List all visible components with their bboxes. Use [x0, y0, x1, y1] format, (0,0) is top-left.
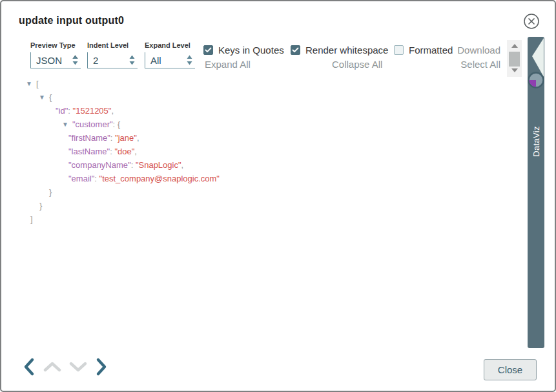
collapse-all-link[interactable]: Collapse All: [332, 59, 382, 70]
checkbox-keys-in-quotes[interactable]: Keys in Quotes: [203, 45, 284, 56]
json-key: "id": [56, 106, 68, 116]
scroll-up-record-button[interactable]: [43, 362, 61, 374]
json-punctuation: ,: [181, 160, 184, 170]
record-navigation: [23, 357, 108, 378]
json-punctuation: ,: [111, 106, 114, 116]
preview-type-group: Preview Type JSON: [30, 41, 81, 68]
expand-level-label: Expand Level: [145, 41, 195, 49]
dataviz-tab-label: DataViz: [531, 126, 541, 156]
checkbox-formatted[interactable]: Formatted: [394, 45, 453, 56]
json-value: "jane": [115, 133, 137, 143]
next-document-button[interactable]: [95, 357, 108, 378]
preview-type-select[interactable]: JSON: [30, 52, 81, 68]
dataviz-tab[interactable]: DataViz: [528, 37, 544, 348]
indent-level-group: Indent Level 2: [87, 41, 138, 68]
collapse-triangle-icon[interactable]: ▼: [39, 90, 45, 104]
checked-checkbox-icon[interactable]: [203, 45, 213, 55]
json-punctuation: :: [68, 106, 72, 116]
checked-checkbox-icon[interactable]: [291, 45, 300, 55]
json-key: "customer": [72, 119, 113, 129]
json-punctuation: {: [49, 92, 52, 102]
unchecked-checkbox-icon[interactable]: [394, 45, 404, 55]
expand-level-group: Expand Level All: [145, 41, 195, 68]
dialog-title: update input output0: [19, 15, 124, 26]
collapse-triangle-icon[interactable]: ▼: [62, 118, 68, 131]
json-tree-row: "firstName": "jane",: [1, 131, 505, 145]
json-punctuation: :: [110, 133, 115, 143]
circle-x-icon: [522, 12, 541, 30]
json-tree-row: ]: [1, 212, 505, 226]
preview-type-label: Preview Type: [30, 41, 81, 49]
indent-level-label: Indent Level: [87, 41, 138, 49]
dialog-close-icon[interactable]: [522, 12, 541, 30]
json-punctuation: ,: [137, 133, 139, 143]
expand-all-link[interactable]: Expand All: [205, 59, 251, 70]
json-punctuation: }: [49, 187, 52, 197]
checkbox-label: Formatted: [409, 45, 453, 56]
json-key: "companyName": [68, 160, 131, 170]
select-all-link[interactable]: Select All: [460, 59, 500, 70]
json-value: "doe": [114, 147, 134, 156]
json-punctuation: :: [94, 174, 99, 183]
preview-type-value: JSON: [36, 55, 62, 66]
json-tree-row: "lastName": "doe",: [1, 145, 505, 158]
preview-dialog: update input output0 Preview Type JSON I…: [0, 0, 556, 392]
json-tree: ▼[▼{"id": "1521205",▼"customer": {"first…: [1, 77, 505, 226]
collapse-triangle-icon[interactable]: ▼: [26, 77, 32, 90]
json-value: "SnapLogic": [136, 160, 181, 170]
expand-level-select[interactable]: All: [145, 52, 195, 68]
json-tree-row: "companyName": "SnapLogic",: [1, 158, 505, 172]
json-value: "test_company@snaplogic.com": [99, 174, 220, 183]
checkbox-label: Keys in Quotes: [218, 45, 284, 56]
tab-arrow-icon: [532, 38, 544, 77]
scroll-down-record-button[interactable]: [69, 362, 87, 374]
spinner-arrows-icon[interactable]: [129, 54, 136, 67]
json-key: "firstName": [68, 133, 110, 143]
vertical-scrollbar[interactable]: [507, 40, 522, 77]
checkbox-label: Render whitespace: [305, 45, 388, 56]
json-tree-row: ▼[: [1, 77, 505, 90]
scroll-up-icon[interactable]: [507, 43, 522, 50]
json-key: "lastName": [68, 147, 110, 156]
spinner-arrows-icon[interactable]: [72, 54, 79, 67]
prev-document-button[interactable]: [23, 357, 36, 378]
scroll-down-icon[interactable]: [507, 68, 522, 74]
json-punctuation: ,: [134, 147, 137, 156]
json-punctuation: }: [39, 201, 42, 211]
json-tree-row: "id": "1521205",: [1, 104, 505, 118]
checkbox-render-whitespace[interactable]: Render whitespace: [291, 45, 388, 56]
json-tree-row: ▼"customer": {: [1, 118, 505, 131]
json-punctuation: :: [113, 119, 118, 129]
download-link[interactable]: Download: [457, 45, 500, 56]
expand-level-value: All: [150, 55, 161, 66]
json-tree-row: }: [1, 185, 505, 199]
json-key: "email": [68, 174, 94, 183]
indent-level-value: 2: [93, 55, 98, 66]
json-punctuation: [: [36, 79, 39, 88]
close-button[interactable]: Close: [484, 359, 537, 380]
spinner-arrows-icon[interactable]: [186, 54, 193, 67]
indent-level-select[interactable]: 2: [87, 52, 138, 68]
json-punctuation: {: [118, 119, 120, 129]
scrollbar-thumb[interactable]: [509, 52, 520, 67]
json-tree-row: }: [1, 199, 505, 212]
json-punctuation: :: [131, 160, 136, 170]
pie-chart-icon: [529, 73, 544, 88]
json-tree-row: ▼{: [1, 90, 505, 104]
json-punctuation: ]: [30, 214, 33, 224]
json-tree-row: "email": "test_company@snaplogic.com": [1, 172, 505, 185]
json-value: "1521205": [73, 106, 112, 116]
